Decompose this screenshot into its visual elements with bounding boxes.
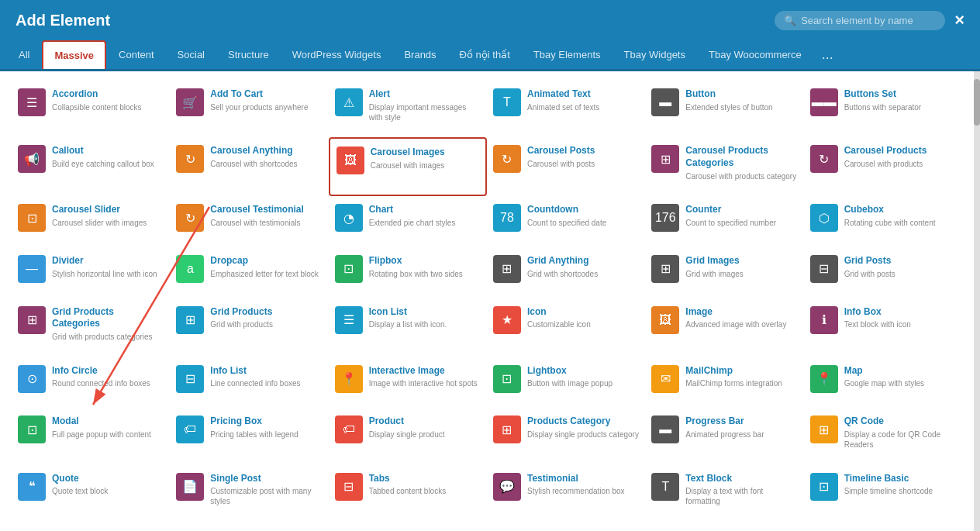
element-desc-label: Display single products category (527, 429, 639, 440)
tab-content[interactable]: Content (108, 41, 165, 68)
element-item-accordion[interactable]: ☰AccordionCollapsible content blocks (12, 81, 170, 137)
tab-tbay-widgets[interactable]: Tbay Widgets (613, 41, 696, 68)
element-name-label: Animated Text (527, 88, 639, 101)
element-item-carousel-products[interactable]: ↻Carousel ProductsCarousel with products (804, 137, 962, 196)
element-text-buttons-set: Buttons SetButtons with separator (844, 88, 956, 112)
element-item-progress-bar[interactable]: ▬Progress BarAnimated progress bar (645, 408, 803, 464)
element-icon-add-to-cart: 🛒 (176, 88, 204, 116)
element-icon-grid-products: ⊞ (176, 306, 204, 334)
tab-do-noi-that[interactable]: Đồ nội thất (449, 41, 521, 68)
element-item-icon-list[interactable]: ☰Icon ListDisplay a list with icon. (329, 298, 487, 357)
element-text-testimonial: TestimonialStylish recommendation box (527, 473, 639, 497)
element-item-interactive-image[interactable]: 📍Interactive ImageImage with interactive… (329, 357, 487, 409)
element-desc-label: Full page popup with content (52, 429, 164, 440)
element-item-buttons-set[interactable]: ▬▬Buttons SetButtons with separator (804, 81, 962, 137)
element-item-testimonial[interactable]: 💬TestimonialStylish recommendation box (487, 465, 645, 522)
tab-social[interactable]: Social (167, 41, 216, 68)
element-item-grid-posts[interactable]: ⊟Grid PostsGrid with posts (804, 247, 962, 298)
element-name-label: Image (685, 306, 797, 319)
element-item-map[interactable]: 📍MapGoogle map with styles (804, 357, 962, 409)
element-item-info-box[interactable]: ℹInfo BoxText block with icon (804, 298, 962, 357)
element-text-carousel-products: Carousel ProductsCarousel with products (844, 145, 956, 169)
element-name-label: Icon (527, 306, 639, 319)
element-item-countdown[interactable]: 78CountdownCount to specified date (487, 196, 645, 247)
element-name-label: Add To Cart (210, 88, 322, 101)
tab-massive[interactable]: Massive (42, 40, 106, 69)
search-box[interactable]: 🔍 (775, 11, 945, 30)
element-text-carousel-testimonial: Carousel TestimonialCarousel with testim… (210, 204, 322, 228)
header-right: 🔍 × (775, 11, 964, 30)
element-item-lightbox[interactable]: ⊡LightboxButton with image popup (487, 357, 645, 409)
element-item-cubebox[interactable]: ⬡CubeboxRotating cube with content (804, 196, 962, 247)
element-item-carousel-products-categories[interactable]: ⊞Carousel Products CategoriesCarousel wi… (645, 137, 803, 196)
scrollbar-track[interactable] (974, 71, 980, 531)
element-item-text-block[interactable]: TText BlockDisplay a text with font form… (645, 465, 803, 522)
element-item-flipbox[interactable]: ⊡FlipboxRotating box with two sides (329, 247, 487, 298)
tab-structure[interactable]: Structure (217, 41, 280, 68)
element-desc-label: Button with image popup (527, 378, 639, 388)
element-item-animated-text[interactable]: TAnimated TextAnimated set of texts (487, 81, 645, 137)
element-item-button[interactable]: ▬ButtonExtended styles of button (645, 81, 803, 137)
element-item-grid-images[interactable]: ⊞Grid ImagesGrid with images (645, 247, 803, 298)
element-name-label: Cubebox (844, 204, 956, 216)
element-item-carousel-images[interactable]: 🖼Carousel ImagesCarousel with images (329, 137, 487, 196)
element-icon-carousel-slider: ⊡ (18, 204, 46, 232)
element-icon-info-list: ⊟ (176, 365, 204, 393)
element-item-pricing-box[interactable]: 🏷Pricing BoxPricing tables with legend (170, 408, 328, 464)
tab-wp-widgets[interactable]: WordPress Widgets (281, 41, 392, 68)
element-item-timeline-basic[interactable]: ⊡Timeline BasicSimple timeline shortcode (804, 465, 962, 522)
element-item-products-category[interactable]: ⊞Products CategoryDisplay single product… (487, 408, 645, 464)
element-item-grid-products[interactable]: ⊞Grid ProductsGrid with products (170, 298, 328, 357)
element-item-single-post[interactable]: 📄Single PostCustomizable post with many … (170, 465, 328, 522)
element-text-add-to-cart: Add To CartSell your products anywhere (210, 88, 322, 112)
element-item-grid-products-categories[interactable]: ⊞Grid Products CategoriesGrid with produ… (12, 298, 170, 357)
element-desc-label: Count to specified date (527, 218, 639, 228)
element-item-info-circle[interactable]: ⊙Info CircleRound connected info boxes (12, 357, 170, 409)
element-icon-text-block: T (651, 473, 679, 501)
element-item-add-to-cart[interactable]: 🛒Add To CartSell your products anywhere (170, 81, 328, 137)
scrollbar-thumb[interactable] (974, 79, 980, 126)
element-item-chart[interactable]: ◔ChartExtended pie chart styles (329, 196, 487, 247)
element-icon-icon-list: ☰ (335, 306, 363, 334)
content-wrapper: ☰AccordionCollapsible content blocks🛒Add… (0, 71, 980, 531)
element-text-product: ProductDisplay single product (369, 415, 481, 440)
element-item-grid-anything[interactable]: ⊞Grid AnythingGrid with shortcodes (487, 247, 645, 298)
element-name-label: Flipbox (369, 255, 481, 267)
tab-tbay-elements[interactable]: Tbay Elements (523, 41, 612, 68)
close-button[interactable]: × (954, 12, 964, 29)
element-desc-label: Grid with products categories (52, 332, 164, 342)
tab-brands[interactable]: Brands (393, 41, 447, 68)
element-item-alert[interactable]: ⚠AlertDisplay important messages with st… (329, 81, 487, 137)
element-item-image[interactable]: 🖼ImageAdvanced image with overlay (645, 298, 803, 357)
element-text-chart: ChartExtended pie chart styles (369, 204, 481, 228)
more-tabs-button[interactable]: ... (814, 40, 841, 69)
element-name-label: Info List (210, 365, 322, 378)
element-item-product[interactable]: 🏷ProductDisplay single product (329, 408, 487, 464)
element-name-label: Carousel Images (371, 147, 479, 159)
element-item-qr-code[interactable]: ⊞QR CodeDisplay a code for QR Code Reade… (804, 408, 962, 464)
element-item-carousel-posts[interactable]: ↻Carousel PostsCarousel with posts (487, 137, 645, 196)
element-item-tabs[interactable]: ⊟TabsTabbed content blocks (329, 465, 487, 522)
search-input[interactable] (801, 15, 936, 26)
element-item-info-list[interactable]: ⊟Info ListLine connected info boxes (170, 357, 328, 409)
element-item-modal[interactable]: ⊡ModalFull page popup with content (12, 408, 170, 464)
element-item-carousel-slider[interactable]: ⊡Carousel SliderCarousel slider with ima… (12, 196, 170, 247)
element-item-dropcap[interactable]: aDropcapEmphasized letter for text block (170, 247, 328, 298)
element-icon-carousel-images: 🖼 (336, 147, 364, 174)
element-desc-label: Collapsible content blocks (52, 102, 164, 112)
element-text-alert: AlertDisplay important messages with sty… (369, 88, 481, 122)
element-item-callout[interactable]: 📢CalloutBuild eye catching callout box (12, 137, 170, 196)
element-desc-label: Round connected info boxes (52, 378, 164, 388)
tab-all[interactable]: All (8, 41, 40, 68)
element-name-label: Callout (52, 145, 164, 157)
element-item-quote[interactable]: ❝QuoteQuote text block (12, 465, 170, 522)
element-text-carousel-products-categories: Carousel Products CategoriesCarousel wit… (685, 145, 797, 181)
element-item-carousel-anything[interactable]: ↻Carousel AnythingCarousel with shortcod… (170, 137, 328, 196)
element-item-counter[interactable]: 176CounterCount to specified number (645, 196, 803, 247)
element-desc-label: Rotating box with two sides (369, 269, 481, 279)
element-item-icon[interactable]: ★IconCustomizable icon (487, 298, 645, 357)
element-item-carousel-testimonial[interactable]: ↻Carousel TestimonialCarousel with testi… (170, 196, 328, 247)
element-item-mailchimp[interactable]: ✉MailChimpMailChimp forms integration (645, 357, 803, 409)
element-item-divider[interactable]: —DividerStylish horizontal line with ico… (12, 247, 170, 298)
tab-tbay-woo[interactable]: Tbay Woocommerce (698, 41, 813, 68)
